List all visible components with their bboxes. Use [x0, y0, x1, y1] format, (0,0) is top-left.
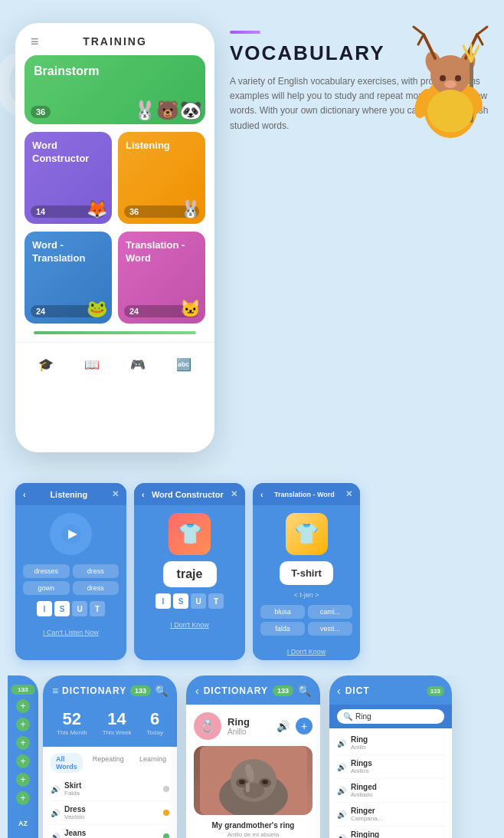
svg-line-8	[477, 27, 487, 35]
sr-speaker-ringer[interactable]: 🔊	[337, 810, 346, 819]
tw-opt-vest[interactable]: vesti...	[308, 622, 352, 636]
tw-opt-cami[interactable]: cami...	[308, 605, 352, 619]
svg-point-10	[440, 75, 446, 81]
search-result-ringer[interactable]: 🔊 Ringer Campana...	[337, 803, 444, 826]
dict-badge-1: 133	[130, 685, 151, 696]
partial-add-6[interactable]: +	[16, 791, 30, 805]
tw-word: T-shirt	[280, 561, 333, 585]
search-result-ring[interactable]: 🔊 Ring Anillo	[337, 731, 444, 755]
sr-speaker-ringing[interactable]: 🔊	[337, 834, 346, 839]
search-back-btn[interactable]: ‹	[337, 685, 341, 697]
listening-card[interactable]: Listening 🐰 36	[118, 132, 205, 224]
tab-repeating[interactable]: Repeating	[87, 753, 129, 773]
letter-u: U	[72, 601, 87, 616]
dict-title-1: DICTIONARY	[62, 685, 126, 696]
sr-speaker-rings[interactable]: 🔊	[337, 763, 346, 771]
dict-item-jeans[interactable]: 🔊 Jeans Pantalones	[51, 825, 169, 838]
partial-add-1[interactable]: +	[16, 699, 30, 713]
sr-word-rings: Rings	[351, 759, 444, 767]
tw-opt-blusa[interactable]: blusa	[260, 605, 305, 619]
search-result-ringed[interactable]: 🔊 Ringed Anillado	[337, 779, 444, 803]
word-constructor-card[interactable]: Word Constructor 🦊 14	[25, 132, 112, 224]
partial-add-4[interactable]: +	[16, 754, 30, 768]
listening-mini-card: ‹ Listening ✕ dresses dress gown dress	[15, 483, 126, 660]
nav-dictionary-icon[interactable]: 📖	[81, 353, 103, 375]
partial-add-5[interactable]: +	[16, 773, 30, 787]
word-constructor-title: Word Constructor	[32, 140, 112, 166]
cant-listen-btn[interactable]: I Can't Listen Now	[15, 624, 126, 641]
svg-rect-20	[439, 104, 462, 130]
search-result-ringing[interactable]: 🔊 Ringing Zumbido	[337, 826, 444, 838]
search-result-rings[interactable]: 🔊 Rings Anillos	[337, 755, 444, 779]
stat-today-num: 6	[147, 709, 163, 729]
ring-detail-phone: ‹ DICTIONARY 133 🔍 💍 Ring Anillo 🔊 +	[186, 675, 320, 838]
wc-back-btn[interactable]: ‹	[142, 490, 145, 499]
partial-add-2[interactable]: +	[16, 718, 30, 731]
option-gown[interactable]: gown	[23, 581, 70, 595]
nav-az-icon[interactable]: 🔤	[173, 353, 195, 375]
tw-opt-falda[interactable]: falda	[260, 622, 305, 636]
nav-training-icon[interactable]: 🎓	[35, 353, 57, 375]
sr-speaker-ringed[interactable]: 🔊	[337, 787, 346, 795]
ring-dict-badge: 133	[273, 685, 293, 696]
search-results-phone: ‹ DICT 133 🔍 Ring 🔊 Ring Anillo 🔊 Rings	[329, 675, 452, 838]
partial-add-3[interactable]: +	[16, 736, 30, 750]
speaker-skirt[interactable]: 🔊	[51, 785, 60, 794]
ring-back-btn[interactable]: ‹	[195, 685, 199, 697]
speaker-jeans[interactable]: 🔊	[51, 833, 60, 839]
wc-image: 👕	[169, 513, 211, 555]
dot-skirt	[163, 786, 169, 792]
dict-search-icon[interactable]: 🔍	[155, 685, 168, 697]
ring-dict-title: DICTIONARY	[204, 685, 268, 696]
option-dress1[interactable]: dress	[73, 564, 119, 578]
translation-word-card[interactable]: Translation - Word 🐱 24	[118, 232, 205, 324]
brainstorm-card[interactable]: Brainstorm 36 🐰🐻🐼	[25, 55, 205, 124]
mini-card-close-btn[interactable]: ✕	[112, 489, 119, 499]
sr-speaker-ring[interactable]: 🔊	[337, 739, 346, 748]
wc-close-btn[interactable]: ✕	[231, 489, 237, 499]
word-skirt: Skirt	[64, 781, 159, 790]
ring-search-icon[interactable]: 🔍	[298, 685, 311, 697]
option-dress2[interactable]: dress	[73, 581, 119, 595]
tw-dont-know-btn[interactable]: I Don't Know	[253, 643, 360, 660]
brainstorm-title: Brainstorm	[34, 64, 99, 78]
svg-point-12	[444, 81, 457, 88]
word-translation-icon: 🐸	[87, 299, 107, 319]
mini-card-back-btn[interactable]: ‹	[23, 490, 26, 499]
brainstorm-animals: 🐰🐻🐼	[133, 100, 202, 121]
ring-add-btn[interactable]: +	[296, 718, 313, 734]
dict-menu-icon[interactable]: ≡	[52, 685, 58, 697]
menu-icon[interactable]: ≡	[31, 34, 39, 50]
ring-speaker-btn[interactable]: 🔊	[277, 720, 290, 732]
speaker-dress[interactable]: 🔊	[51, 809, 60, 817]
dictionary-list-phone: ≡ DICTIONARY 133 🔍 52 This Month 14 This…	[43, 675, 177, 838]
mini-card-listening-title: Listening	[50, 490, 87, 499]
dict-item-dress[interactable]: 🔊 Dress Vestido	[51, 801, 169, 825]
option-dresses[interactable]: dresses	[23, 564, 70, 578]
nav-game-icon[interactable]: 🎮	[127, 353, 149, 375]
wc-dont-know-btn[interactable]: I Don't Know	[134, 616, 245, 633]
tw-close-btn[interactable]: ✕	[345, 489, 352, 499]
partial-badge: 133	[11, 685, 35, 695]
stat-month-num: 52	[57, 709, 87, 729]
trans-dress: Vestido	[64, 813, 159, 820]
word-jeans: Jeans	[64, 829, 159, 837]
search-magnifier-icon: 🔍	[343, 712, 352, 721]
wc-word-box: traje	[163, 561, 217, 587]
ring-caption: My grandmother's ring	[194, 821, 313, 830]
partial-nav-az[interactable]: AZ	[11, 813, 35, 831]
tw-image: 👕	[286, 513, 328, 555]
word-translation-card[interactable]: Word - Translation 🐸 24	[25, 232, 112, 324]
translation-word-mini-card: ‹ Translation - Word ✕ 👕 T-shirt < t-jen…	[253, 483, 360, 660]
tab-all-words[interactable]: All Words	[51, 753, 83, 773]
svg-point-29	[262, 780, 268, 784]
tw-title: Translation - Word	[274, 491, 335, 498]
tab-learning[interactable]: Learning	[134, 753, 172, 773]
stat-month-label: This Month	[57, 729, 87, 736]
sound-icon-circle[interactable]	[50, 513, 92, 555]
svg-line-5	[414, 27, 424, 35]
tw-back-btn[interactable]: ‹	[260, 490, 263, 499]
translation-word-icon: 🐱	[180, 299, 201, 319]
deer-character	[397, 15, 504, 153]
dict-item-skirt[interactable]: 🔊 Skirt Falda	[51, 777, 169, 801]
